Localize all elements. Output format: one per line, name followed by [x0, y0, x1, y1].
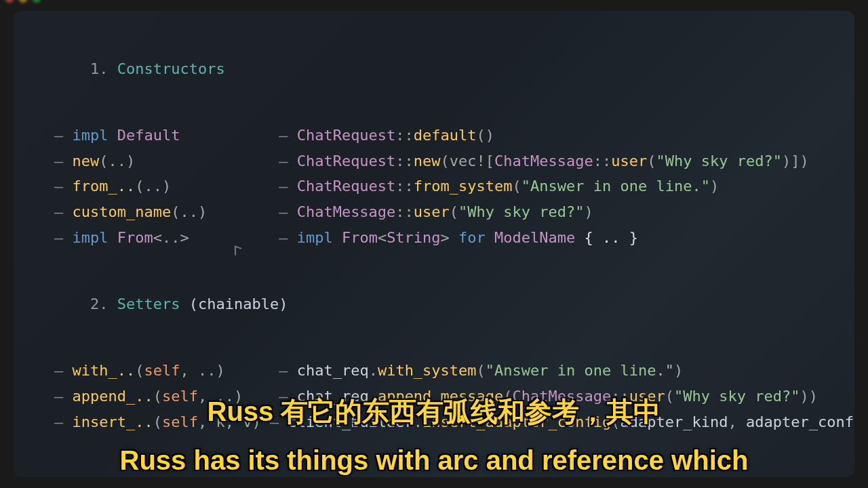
editor-window: 1. Constructors — impl Default — ChatReq…	[14, 11, 854, 477]
window-traffic-lights	[5, 0, 41, 3]
row-setter-append: — append_..(self, ..) — chat_req.append_…	[54, 386, 814, 407]
section-1-heading: 1. Constructors	[54, 37, 814, 102]
row-setter-with: — with_..(self, ..) — chat_req.with_syst…	[54, 360, 814, 382]
row-constructor-new: — new(..) — ChatRequest::new(vec![ChatMe…	[54, 150, 814, 172]
section-title: Constructors	[117, 60, 225, 77]
section-num: 1.	[90, 60, 108, 77]
row-setter-insert: — insert_..(self, k, v) — client_builder…	[54, 411, 814, 433]
row-constructor-impl-from: — impl From<..> — impl From<String> for …	[54, 227, 814, 249]
row-constructor-custom: — custom_name(..) — ChatMessage::user("W…	[54, 201, 814, 223]
section-2-heading: 2. Setters (chainable)	[54, 272, 814, 337]
row-constructor-from: — from_..(..) — ChatRequest::from_system…	[54, 176, 814, 197]
section-num: 2.	[90, 296, 108, 312]
section-title: Setters	[117, 296, 180, 312]
section-3-heading: 3. Builder // Not needed for all types.	[54, 455, 814, 477]
row-constructor-default: — impl Default — ChatRequest::default()	[54, 125, 814, 146]
